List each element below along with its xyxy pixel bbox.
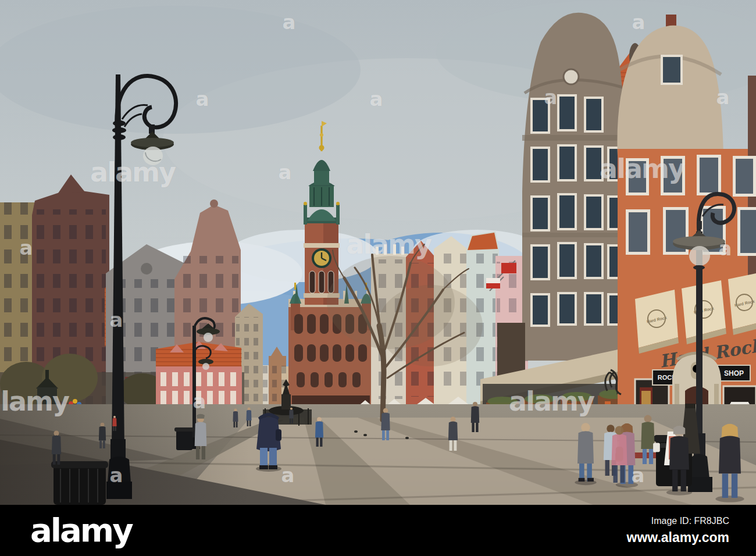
trash-bin-middle (174, 427, 194, 450)
svg-text:SHOP: SHOP (724, 369, 744, 377)
shop-sign: SHOP (718, 365, 750, 381)
stock-photo-page: Hard Rock Hard Rock Hard Rock Hard Rock … (0, 0, 756, 556)
town-hall-clock (312, 248, 331, 268)
photo-gdansk-long-market: Hard Rock Hard Rock Hard Rock Hard Rock … (0, 0, 756, 505)
alamy-url[interactable]: www.alamy.com (627, 530, 729, 546)
alamy-logo[interactable]: alamy (30, 514, 132, 547)
trash-bin-front (51, 461, 108, 505)
image-id-label: Image ID: FR8JBC (627, 516, 729, 526)
alamy-footer-bar: alamy Image ID: FR8JBC www.alamy.com (0, 505, 756, 556)
